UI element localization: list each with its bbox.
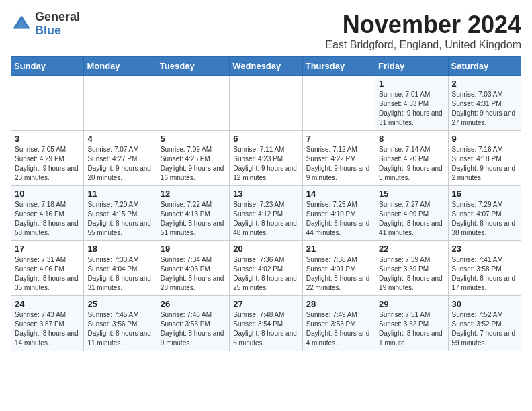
calendar-cell: 30Sunrise: 7:52 AM Sunset: 3:52 PM Dayli… bbox=[448, 296, 521, 351]
calendar-cell: 1Sunrise: 7:01 AM Sunset: 4:33 PM Daylig… bbox=[375, 76, 448, 131]
day-number: 14 bbox=[306, 189, 371, 199]
calendar-cell bbox=[230, 76, 302, 131]
day-number: 24 bbox=[15, 299, 80, 309]
day-header-saturday: Saturday bbox=[448, 57, 521, 76]
day-number: 18 bbox=[87, 244, 152, 254]
month-title: November 2024 bbox=[325, 11, 521, 39]
calendar-table: SundayMondayTuesdayWednesdayThursdayFrid… bbox=[11, 56, 521, 351]
day-header-sunday: Sunday bbox=[11, 57, 84, 76]
logo-text: General Blue bbox=[35, 11, 80, 38]
day-header-thursday: Thursday bbox=[302, 57, 375, 76]
day-info: Sunrise: 7:39 AM Sunset: 3:59 PM Dayligh… bbox=[379, 255, 444, 293]
day-number: 19 bbox=[161, 244, 226, 254]
day-number: 8 bbox=[379, 134, 444, 144]
day-number: 1 bbox=[379, 79, 444, 89]
day-number: 7 bbox=[306, 134, 371, 144]
day-info: Sunrise: 7:41 AM Sunset: 3:58 PM Dayligh… bbox=[452, 255, 517, 293]
day-number: 28 bbox=[306, 299, 371, 309]
day-header-friday: Friday bbox=[375, 57, 448, 76]
calendar-cell: 7Sunrise: 7:12 AM Sunset: 4:22 PM Daylig… bbox=[302, 131, 375, 186]
calendar-week-5: 24Sunrise: 7:43 AM Sunset: 3:57 PM Dayli… bbox=[11, 296, 521, 351]
day-info: Sunrise: 7:16 AM Sunset: 4:18 PM Dayligh… bbox=[452, 145, 517, 183]
calendar-cell bbox=[11, 76, 84, 131]
calendar-cell: 29Sunrise: 7:51 AM Sunset: 3:52 PM Dayli… bbox=[375, 296, 448, 351]
day-info: Sunrise: 7:52 AM Sunset: 3:52 PM Dayligh… bbox=[452, 310, 517, 348]
day-number: 27 bbox=[233, 299, 298, 309]
day-info: Sunrise: 7:18 AM Sunset: 4:16 PM Dayligh… bbox=[15, 200, 80, 238]
calendar-cell: 4Sunrise: 7:07 AM Sunset: 4:27 PM Daylig… bbox=[84, 131, 157, 186]
day-number: 30 bbox=[452, 299, 517, 309]
calendar-cell bbox=[157, 76, 229, 131]
day-info: Sunrise: 7:27 AM Sunset: 4:09 PM Dayligh… bbox=[379, 200, 444, 238]
day-info: Sunrise: 7:09 AM Sunset: 4:25 PM Dayligh… bbox=[161, 145, 226, 183]
calendar-cell: 13Sunrise: 7:23 AM Sunset: 4:12 PM Dayli… bbox=[230, 186, 302, 241]
day-info: Sunrise: 7:48 AM Sunset: 3:54 PM Dayligh… bbox=[233, 310, 298, 348]
calendar-cell: 10Sunrise: 7:18 AM Sunset: 4:16 PM Dayli… bbox=[11, 186, 84, 241]
page-header: General Blue November 2024 East Bridgfor… bbox=[11, 11, 521, 51]
day-number: 15 bbox=[379, 189, 444, 199]
day-number: 12 bbox=[161, 189, 226, 199]
calendar-cell: 11Sunrise: 7:20 AM Sunset: 4:15 PM Dayli… bbox=[84, 186, 157, 241]
calendar-week-4: 17Sunrise: 7:31 AM Sunset: 4:06 PM Dayli… bbox=[11, 241, 521, 296]
calendar-cell: 8Sunrise: 7:14 AM Sunset: 4:20 PM Daylig… bbox=[375, 131, 448, 186]
day-info: Sunrise: 7:38 AM Sunset: 4:01 PM Dayligh… bbox=[306, 255, 371, 293]
calendar-cell: 22Sunrise: 7:39 AM Sunset: 3:59 PM Dayli… bbox=[375, 241, 448, 296]
day-info: Sunrise: 7:03 AM Sunset: 4:31 PM Dayligh… bbox=[452, 90, 517, 128]
calendar-body: 1Sunrise: 7:01 AM Sunset: 4:33 PM Daylig… bbox=[11, 76, 521, 351]
logo: General Blue bbox=[11, 11, 80, 38]
day-info: Sunrise: 7:14 AM Sunset: 4:20 PM Dayligh… bbox=[379, 145, 444, 183]
day-info: Sunrise: 7:43 AM Sunset: 3:57 PM Dayligh… bbox=[15, 310, 80, 348]
day-info: Sunrise: 7:36 AM Sunset: 4:02 PM Dayligh… bbox=[233, 255, 298, 293]
calendar-cell: 20Sunrise: 7:36 AM Sunset: 4:02 PM Dayli… bbox=[230, 241, 302, 296]
calendar-cell: 16Sunrise: 7:29 AM Sunset: 4:07 PM Dayli… bbox=[448, 186, 521, 241]
logo-general-text: General bbox=[35, 11, 80, 24]
day-info: Sunrise: 7:31 AM Sunset: 4:06 PM Dayligh… bbox=[15, 255, 80, 293]
calendar-cell: 27Sunrise: 7:48 AM Sunset: 3:54 PM Dayli… bbox=[230, 296, 302, 351]
day-number: 22 bbox=[379, 244, 444, 254]
calendar-cell: 24Sunrise: 7:43 AM Sunset: 3:57 PM Dayli… bbox=[11, 296, 84, 351]
day-info: Sunrise: 7:12 AM Sunset: 4:22 PM Dayligh… bbox=[306, 145, 371, 183]
day-number: 29 bbox=[379, 299, 444, 309]
day-info: Sunrise: 7:29 AM Sunset: 4:07 PM Dayligh… bbox=[452, 200, 517, 238]
day-info: Sunrise: 7:20 AM Sunset: 4:15 PM Dayligh… bbox=[87, 200, 152, 238]
calendar-cell: 25Sunrise: 7:45 AM Sunset: 3:56 PM Dayli… bbox=[84, 296, 157, 351]
day-info: Sunrise: 7:49 AM Sunset: 3:53 PM Dayligh… bbox=[306, 310, 371, 348]
day-number: 26 bbox=[161, 299, 226, 309]
day-info: Sunrise: 7:11 AM Sunset: 4:23 PM Dayligh… bbox=[233, 145, 298, 183]
calendar-cell: 12Sunrise: 7:22 AM Sunset: 4:13 PM Dayli… bbox=[157, 186, 229, 241]
calendar-cell: 15Sunrise: 7:27 AM Sunset: 4:09 PM Dayli… bbox=[375, 186, 448, 241]
calendar-cell bbox=[302, 76, 375, 131]
day-number: 21 bbox=[306, 244, 371, 254]
calendar-cell: 19Sunrise: 7:34 AM Sunset: 4:03 PM Dayli… bbox=[157, 241, 229, 296]
calendar-cell: 23Sunrise: 7:41 AM Sunset: 3:58 PM Dayli… bbox=[448, 241, 521, 296]
calendar-cell: 2Sunrise: 7:03 AM Sunset: 4:31 PM Daylig… bbox=[448, 76, 521, 131]
day-header-wednesday: Wednesday bbox=[230, 57, 302, 76]
calendar-cell: 28Sunrise: 7:49 AM Sunset: 3:53 PM Dayli… bbox=[302, 296, 375, 351]
day-number: 10 bbox=[15, 189, 80, 199]
calendar-cell: 17Sunrise: 7:31 AM Sunset: 4:06 PM Dayli… bbox=[11, 241, 84, 296]
day-info: Sunrise: 7:33 AM Sunset: 4:04 PM Dayligh… bbox=[87, 255, 152, 293]
day-info: Sunrise: 7:45 AM Sunset: 3:56 PM Dayligh… bbox=[87, 310, 152, 348]
calendar-cell: 18Sunrise: 7:33 AM Sunset: 4:04 PM Dayli… bbox=[84, 241, 157, 296]
day-info: Sunrise: 7:25 AM Sunset: 4:10 PM Dayligh… bbox=[306, 200, 371, 238]
calendar-cell: 9Sunrise: 7:16 AM Sunset: 4:18 PM Daylig… bbox=[448, 131, 521, 186]
day-number: 9 bbox=[452, 134, 517, 144]
calendar-cell: 6Sunrise: 7:11 AM Sunset: 4:23 PM Daylig… bbox=[230, 131, 302, 186]
calendar-cell: 14Sunrise: 7:25 AM Sunset: 4:10 PM Dayli… bbox=[302, 186, 375, 241]
calendar-week-3: 10Sunrise: 7:18 AM Sunset: 4:16 PM Dayli… bbox=[11, 186, 521, 241]
calendar-cell bbox=[84, 76, 157, 131]
calendar-cell: 21Sunrise: 7:38 AM Sunset: 4:01 PM Dayli… bbox=[302, 241, 375, 296]
calendar-cell: 3Sunrise: 7:05 AM Sunset: 4:29 PM Daylig… bbox=[11, 131, 84, 186]
calendar-week-2: 3Sunrise: 7:05 AM Sunset: 4:29 PM Daylig… bbox=[11, 131, 521, 186]
day-number: 25 bbox=[87, 299, 152, 309]
day-info: Sunrise: 7:22 AM Sunset: 4:13 PM Dayligh… bbox=[161, 200, 226, 238]
day-number: 5 bbox=[161, 134, 226, 144]
logo-icon bbox=[11, 13, 32, 35]
day-number: 23 bbox=[452, 244, 517, 254]
day-header-monday: Monday bbox=[84, 57, 157, 76]
day-info: Sunrise: 7:01 AM Sunset: 4:33 PM Dayligh… bbox=[379, 90, 444, 128]
calendar-week-1: 1Sunrise: 7:01 AM Sunset: 4:33 PM Daylig… bbox=[11, 76, 521, 131]
day-number: 2 bbox=[452, 79, 517, 89]
day-number: 3 bbox=[15, 134, 80, 144]
calendar-cell: 5Sunrise: 7:09 AM Sunset: 4:25 PM Daylig… bbox=[157, 131, 229, 186]
